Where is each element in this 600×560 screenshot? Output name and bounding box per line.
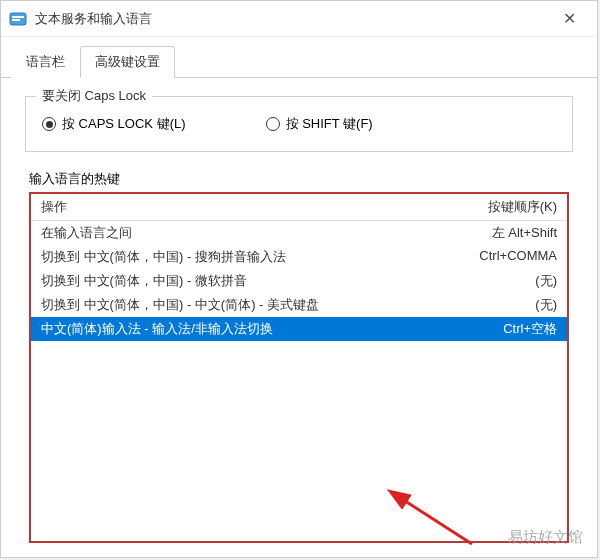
svg-rect-2 — [12, 19, 20, 21]
hotkey-header: 操作 按键顺序(K) — [31, 194, 567, 221]
radio-shift[interactable]: 按 SHIFT 键(F) — [266, 115, 373, 133]
svg-line-3 — [402, 499, 472, 544]
hotkey-action: 切换到 中文(简体，中国) - 搜狗拼音输入法 — [41, 248, 417, 266]
radio-icon — [42, 117, 56, 131]
hotkey-row[interactable]: 中文(简体)输入法 - 输入法/非输入法切换 Ctrl+空格 — [31, 317, 567, 341]
hotkey-section: 输入语言的热键 操作 按键顺序(K) 在输入语言之间 左 Alt+Shift 切… — [25, 170, 573, 543]
close-button[interactable]: ✕ — [549, 4, 589, 34]
hotkey-action: 在输入语言之间 — [41, 224, 417, 242]
hotkey-action: 切换到 中文(简体，中国) - 中文(简体) - 美式键盘 — [41, 296, 417, 314]
capslock-group-title: 要关闭 Caps Lock — [36, 87, 152, 105]
radio-capslock[interactable]: 按 CAPS LOCK 键(L) — [42, 115, 186, 133]
window-title: 文本服务和输入语言 — [35, 10, 549, 28]
tab-bar: 语言栏 高级键设置 — [1, 37, 597, 78]
hotkey-key: Ctrl+COMMA — [417, 248, 557, 266]
annotation-arrow-icon — [387, 489, 477, 549]
tab-advanced-key[interactable]: 高级键设置 — [80, 46, 175, 78]
capslock-radio-row: 按 CAPS LOCK 键(L) 按 SHIFT 键(F) — [42, 115, 556, 133]
hotkey-key: (无) — [417, 296, 557, 314]
hotkey-empty-area — [31, 341, 567, 541]
hotkey-row[interactable]: 在输入语言之间 左 Alt+Shift — [31, 221, 567, 245]
close-icon: ✕ — [563, 9, 576, 28]
hotkey-key: (无) — [417, 272, 557, 290]
hotkey-list[interactable]: 在输入语言之间 左 Alt+Shift 切换到 中文(简体，中国) - 搜狗拼音… — [31, 221, 567, 541]
radio-capslock-label: 按 CAPS LOCK 键(L) — [62, 115, 186, 133]
hotkey-key: Ctrl+空格 — [417, 320, 557, 338]
header-action[interactable]: 操作 — [41, 198, 417, 216]
tab-language-bar[interactable]: 语言栏 — [11, 46, 80, 78]
hotkey-row[interactable]: 切换到 中文(简体，中国) - 搜狗拼音输入法 Ctrl+COMMA — [31, 245, 567, 269]
watermark: 易坊好文馆 — [508, 528, 583, 547]
dialog-window: 文本服务和输入语言 ✕ 语言栏 高级键设置 要关闭 Caps Lock 按 CA… — [0, 0, 598, 558]
header-key[interactable]: 按键顺序(K) — [417, 198, 557, 216]
radio-shift-label: 按 SHIFT 键(F) — [286, 115, 373, 133]
tab-content: 要关闭 Caps Lock 按 CAPS LOCK 键(L) 按 SHIFT 键… — [1, 78, 597, 560]
hotkey-key: 左 Alt+Shift — [417, 224, 557, 242]
hotkey-action: 中文(简体)输入法 - 输入法/非输入法切换 — [41, 320, 417, 338]
radio-icon — [266, 117, 280, 131]
hotkey-action: 切换到 中文(简体，中国) - 微软拼音 — [41, 272, 417, 290]
hotkey-row[interactable]: 切换到 中文(简体，中国) - 中文(简体) - 美式键盘 (无) — [31, 293, 567, 317]
app-icon — [9, 10, 27, 28]
hotkey-listbox: 操作 按键顺序(K) 在输入语言之间 左 Alt+Shift 切换到 中文(简体… — [29, 192, 569, 543]
hotkey-row[interactable]: 切换到 中文(简体，中国) - 微软拼音 (无) — [31, 269, 567, 293]
svg-rect-1 — [12, 16, 24, 18]
hotkey-section-label: 输入语言的热键 — [29, 170, 569, 188]
titlebar: 文本服务和输入语言 ✕ — [1, 1, 597, 37]
capslock-group: 要关闭 Caps Lock 按 CAPS LOCK 键(L) 按 SHIFT 键… — [25, 96, 573, 152]
